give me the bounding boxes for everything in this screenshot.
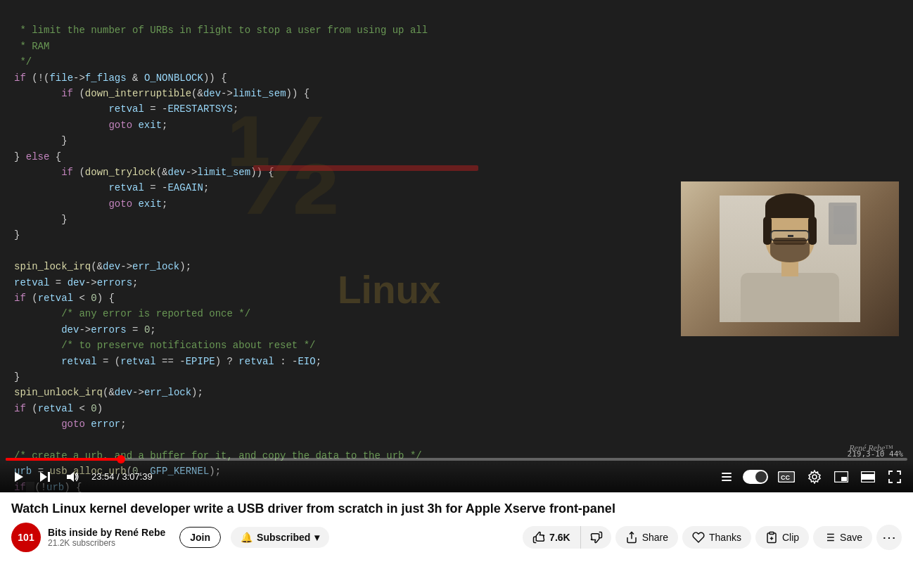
save-button[interactable]: Save xyxy=(813,526,872,549)
svg-rect-11 xyxy=(841,477,847,481)
svg-marker-3 xyxy=(67,472,74,482)
share-label: Share xyxy=(642,532,668,543)
presenter-camera xyxy=(681,181,899,336)
like-button[interactable]: 7.6K xyxy=(523,526,581,549)
svg-text:CC: CC xyxy=(781,474,790,481)
clip-button[interactable]: Clip xyxy=(755,526,809,549)
join-button[interactable]: Join xyxy=(179,527,221,548)
thanks-label: Thanks xyxy=(709,532,741,543)
subscribe-chevron-icon: ▾ xyxy=(314,532,319,543)
fullscreen-button[interactable] xyxy=(885,467,905,487)
share-button[interactable]: Share xyxy=(615,526,678,549)
channel-row: 101 Bits inside by René Rebe 21.2K subsc… xyxy=(11,523,902,552)
cc-button[interactable]: CC xyxy=(775,468,798,485)
svg-rect-15 xyxy=(770,532,774,535)
channel-avatar[interactable]: 101 xyxy=(11,523,41,552)
svg-rect-6 xyxy=(722,480,732,481)
more-button[interactable]: ⋯ xyxy=(876,525,902,550)
channel-info: Bits inside by René Rebe 21.2K subscribe… xyxy=(48,527,165,548)
video-player[interactable]: * limit the number of URBs in flight to … xyxy=(0,0,913,492)
svg-marker-0 xyxy=(15,472,23,482)
svg-rect-2 xyxy=(48,472,50,482)
more-icon: ⋯ xyxy=(882,529,896,546)
miniplayer-button[interactable] xyxy=(831,468,851,485)
like-dislike-group: 7.6K xyxy=(523,526,611,549)
time-display: 23:54 / 3:07:39 xyxy=(91,471,153,482)
volume-button[interactable] xyxy=(62,467,82,487)
video-title: Watch Linux kernel developer write a USB… xyxy=(11,501,902,517)
svg-point-9 xyxy=(812,475,817,479)
chapters-button[interactable] xyxy=(717,468,736,486)
next-button[interactable] xyxy=(35,467,55,487)
settings-button[interactable] xyxy=(805,467,824,487)
play-button[interactable] xyxy=(8,467,28,487)
channel-subscribers: 21.2K subscribers xyxy=(48,538,165,548)
clip-label: Clip xyxy=(782,532,799,543)
dislike-button[interactable] xyxy=(582,526,611,549)
channel-name: Bits inside by René Rebe xyxy=(48,527,165,538)
svg-rect-4 xyxy=(722,473,732,474)
like-count: 7.6K xyxy=(549,532,570,543)
subscribe-button[interactable]: 🔔 Subscribed ▾ xyxy=(231,527,329,548)
svg-marker-1 xyxy=(40,472,47,482)
bell-icon: 🔔 xyxy=(241,532,253,543)
svg-rect-13 xyxy=(862,474,874,480)
autoplay-toggle[interactable] xyxy=(743,470,768,484)
thanks-button[interactable]: Thanks xyxy=(682,526,751,549)
save-label: Save xyxy=(840,532,862,543)
video-info-section: Watch Linux kernel developer write a USB… xyxy=(0,492,913,558)
video-controls: 23:54 / 3:07:39 CC xyxy=(0,461,913,492)
theater-button[interactable] xyxy=(858,468,878,485)
svg-rect-5 xyxy=(722,476,732,478)
subscribe-label: Subscribed xyxy=(257,532,310,543)
action-buttons: 7.6K Share xyxy=(523,525,902,550)
